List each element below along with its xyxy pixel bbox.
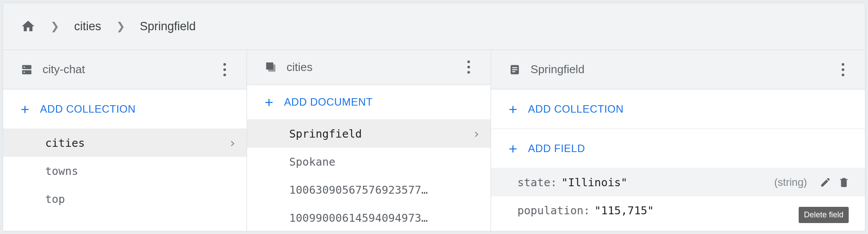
collection-item-label: top — [45, 193, 236, 206]
add-document-label: ADD DOCUMENT — [284, 96, 373, 108]
collection-icon — [265, 61, 277, 73]
add-field-label: ADD FIELD — [528, 142, 585, 155]
chevron-right-icon: › — [229, 136, 236, 150]
document-item[interactable]: Springfield › — [247, 120, 491, 148]
breadcrumb: ❯ cities ❯ Springfield — [3, 3, 865, 50]
document-header: Springfield — [491, 50, 865, 89]
add-subcollection-label: ADD COLLECTION — [528, 103, 624, 115]
project-menu-button[interactable] — [216, 61, 233, 78]
collection-item[interactable]: towns — [3, 157, 247, 185]
field-key: population — [517, 204, 584, 217]
collection-item-label: cities — [45, 137, 229, 149]
document-item[interactable]: 10099000614594094973… — [247, 204, 491, 231]
add-collection-label: ADD COLLECTION — [40, 103, 136, 115]
document-icon — [509, 64, 521, 76]
database-icon — [21, 64, 33, 76]
document-item-label: 10063090567576923577… — [289, 184, 480, 196]
breadcrumb-item[interactable]: cities — [74, 20, 101, 33]
edit-icon[interactable] — [818, 174, 833, 190]
document-item[interactable]: Spokane — [247, 148, 491, 176]
project-column: city-chat + ADD COLLECTION cities › town… — [3, 50, 247, 231]
add-field-button[interactable]: + ADD FIELD — [491, 129, 865, 168]
collection-item[interactable]: top — [3, 185, 247, 213]
breadcrumb-item[interactable]: Springfield — [140, 20, 196, 33]
home-icon[interactable] — [21, 19, 36, 34]
document-item-label: Springfield — [289, 128, 473, 140]
plus-icon: + — [265, 95, 273, 110]
collection-item[interactable]: cities › — [3, 129, 247, 157]
collection-menu-button[interactable] — [460, 58, 477, 76]
document-list: Springfield › Spokane 100630905675769235… — [247, 120, 491, 231]
document-title: Springfield — [531, 63, 834, 76]
svg-rect-7 — [512, 69, 517, 70]
document-item[interactable]: 10063090567576923577… — [247, 176, 491, 204]
tooltip-delete-field: Delete field — [799, 207, 849, 223]
svg-point-3 — [24, 71, 25, 73]
document-item-label: 10099000614594094973… — [289, 212, 480, 224]
document-item-label: Spokane — [289, 156, 480, 168]
project-header: city-chat — [3, 50, 247, 89]
collection-column: cities + ADD DOCUMENT Springfield › Spok… — [247, 50, 491, 231]
plus-icon: + — [509, 102, 517, 117]
add-collection-button[interactable]: + ADD COLLECTION — [3, 89, 247, 129]
field-row[interactable]: state: "Illinois" (string) — [491, 168, 865, 196]
svg-rect-8 — [512, 71, 515, 72]
plus-icon: + — [21, 102, 29, 117]
document-column: Springfield + ADD COLLECTION + ADD FIELD… — [491, 50, 865, 231]
chevron-right-icon: ❯ — [50, 20, 59, 32]
project-title: city-chat — [43, 63, 216, 76]
field-value: "115,715" — [595, 204, 654, 217]
collection-item-label: towns — [45, 165, 236, 177]
chevron-right-icon: › — [473, 127, 480, 141]
svg-point-2 — [24, 66, 25, 67]
collection-title: cities — [287, 60, 460, 74]
field-value: "Illinois" — [561, 176, 628, 189]
add-document-button[interactable]: + ADD DOCUMENT — [247, 85, 491, 120]
collection-list: cities › towns top — [3, 129, 247, 213]
svg-rect-6 — [512, 67, 517, 68]
collection-header: cities — [247, 50, 491, 85]
field-type: (string) — [774, 176, 807, 188]
field-key: state — [517, 176, 550, 189]
document-menu-button[interactable] — [834, 61, 852, 78]
delete-icon[interactable] — [836, 174, 852, 190]
add-subcollection-button[interactable]: + ADD COLLECTION — [491, 89, 865, 129]
chevron-right-icon: ❯ — [116, 20, 125, 32]
plus-icon: + — [509, 141, 517, 156]
